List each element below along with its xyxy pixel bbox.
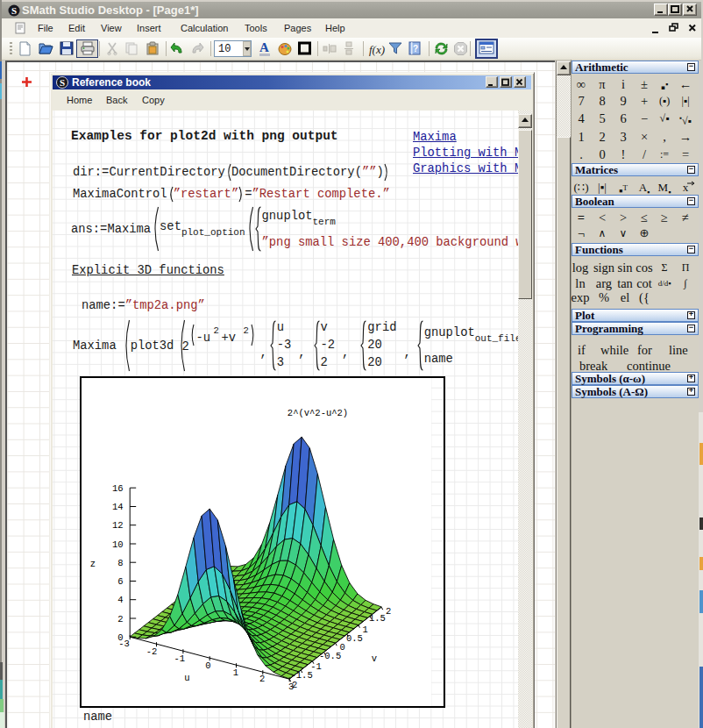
svg-text:14: 14 <box>112 502 124 512</box>
svg-text:0: 0 <box>340 642 345 653</box>
svg-text:S: S <box>60 77 65 88</box>
svg-text:0.5: 0.5 <box>346 633 363 644</box>
svg-text:6: 6 <box>117 576 123 587</box>
svg-text:z: z <box>90 559 96 569</box>
svg-text:1.5: 1.5 <box>369 613 386 624</box>
svg-text:0: 0 <box>205 660 210 671</box>
svg-text:2: 2 <box>292 680 297 690</box>
svg-text:-3: -3 <box>118 639 130 649</box>
svg-text:u: u <box>184 673 189 683</box>
svg-text:S: S <box>11 5 17 16</box>
svg-text:-1: -1 <box>310 661 322 672</box>
svg-text:-0.5: -0.5 <box>319 651 341 661</box>
svg-text:2: 2 <box>386 606 391 617</box>
svg-text:8: 8 <box>117 558 123 568</box>
svg-text:?: ? <box>413 44 418 54</box>
svg-text:-1.5: -1.5 <box>291 670 313 681</box>
svg-text:12: 12 <box>112 520 124 531</box>
svg-text:2^(v^2-u^2): 2^(v^2-u^2) <box>288 408 348 418</box>
svg-text:10: 10 <box>112 539 124 550</box>
svg-text:2: 2 <box>259 674 265 684</box>
svg-text:4: 4 <box>117 595 123 605</box>
svg-text:v: v <box>372 653 377 664</box>
svg-text:1: 1 <box>363 625 368 635</box>
svg-text:16: 16 <box>112 483 124 494</box>
svg-text:2: 2 <box>117 614 123 625</box>
svg-text:1: 1 <box>233 667 238 678</box>
svg-text:-1: -1 <box>174 653 185 664</box>
svg-text:-2: -2 <box>146 646 158 657</box>
